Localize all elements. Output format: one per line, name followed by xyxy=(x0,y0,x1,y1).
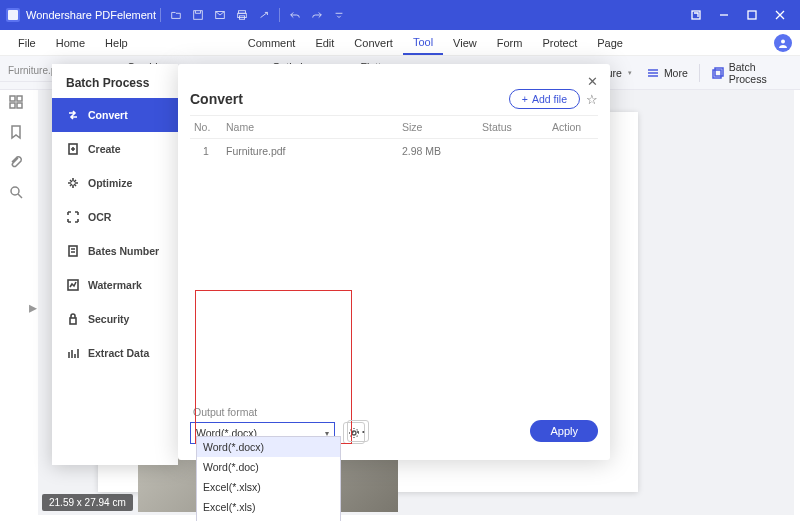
create-icon xyxy=(66,142,80,156)
ribbon-batch[interactable]: Batch Process xyxy=(704,61,794,85)
menu-bar: File Home Help Comment Edit Convert Tool… xyxy=(0,30,800,56)
format-option[interactable]: Word(*.doc) xyxy=(197,457,340,477)
svg-rect-19 xyxy=(17,96,22,101)
file-table: No. Name Size Status Action 1 Furniture.… xyxy=(190,115,598,163)
window-expand-icon[interactable] xyxy=(682,0,710,30)
page-dimensions: 21.59 x 27.94 cm xyxy=(42,494,133,511)
format-option[interactable]: Word(*.docx) xyxy=(197,437,340,457)
dialog-title: Convert xyxy=(190,91,243,107)
apply-button[interactable]: Apply xyxy=(530,420,598,442)
svg-rect-16 xyxy=(713,70,721,78)
batch-item-bates[interactable]: Bates Number xyxy=(52,234,178,268)
menu-protect[interactable]: Protect xyxy=(532,30,587,55)
more-icon xyxy=(646,66,660,80)
batch-item-convert[interactable]: Convert xyxy=(52,98,178,132)
batch-item-watermark[interactable]: Watermark xyxy=(52,268,178,302)
lock-icon xyxy=(66,312,80,326)
batch-item-security[interactable]: Security xyxy=(52,302,178,336)
app-logo xyxy=(6,8,20,22)
col-size: Size xyxy=(398,116,478,139)
minimize-icon[interactable] xyxy=(710,0,738,30)
menu-edit[interactable]: Edit xyxy=(305,30,344,55)
plus-icon: + xyxy=(522,93,528,105)
bookmark-icon[interactable] xyxy=(8,124,24,140)
share-icon[interactable] xyxy=(253,4,275,26)
format-option[interactable]: Excel(*.xls) xyxy=(197,497,340,517)
menu-view[interactable]: View xyxy=(443,30,487,55)
menu-tool[interactable]: Tool xyxy=(403,30,443,55)
highlight-box xyxy=(195,290,352,444)
batch-icon xyxy=(711,66,725,80)
save-icon[interactable] xyxy=(187,4,209,26)
maximize-icon[interactable] xyxy=(738,0,766,30)
col-no: No. xyxy=(190,116,222,139)
redo-icon[interactable] xyxy=(306,4,328,26)
col-action: Action xyxy=(548,116,598,139)
attachment-icon[interactable] xyxy=(8,154,24,170)
user-avatar-icon[interactable] xyxy=(774,34,792,52)
svg-rect-7 xyxy=(748,11,756,19)
menu-convert[interactable]: Convert xyxy=(344,30,403,55)
menu-form[interactable]: Form xyxy=(487,30,533,55)
svg-rect-0 xyxy=(8,10,18,20)
favorite-icon[interactable]: ☆ xyxy=(586,92,598,107)
batch-item-create[interactable]: Create xyxy=(52,132,178,166)
thumbnails-icon[interactable] xyxy=(8,94,24,110)
svg-rect-24 xyxy=(69,246,77,256)
menu-home[interactable]: Home xyxy=(46,30,95,55)
svg-rect-17 xyxy=(715,68,723,76)
table-row[interactable]: 1 Furniture.pdf 2.98 MB xyxy=(190,139,598,164)
close-icon[interactable] xyxy=(766,0,794,30)
batch-item-extract[interactable]: Extract Data xyxy=(52,336,178,370)
convert-dialog: ✕ Convert +Add file ☆ No. Name Size Stat… xyxy=(178,64,610,460)
menu-file[interactable]: File xyxy=(8,30,46,55)
convert-icon xyxy=(66,108,80,122)
format-option[interactable]: Excel(*.xlsx) xyxy=(197,477,340,497)
add-file-button[interactable]: +Add file xyxy=(509,89,580,109)
title-bar: Wondershare PDFelement xyxy=(0,0,800,30)
dialog-close-icon[interactable]: ✕ xyxy=(587,74,598,89)
col-name: Name xyxy=(222,116,398,139)
undo-icon[interactable] xyxy=(284,4,306,26)
sidebar-tools xyxy=(0,86,32,200)
menu-help[interactable]: Help xyxy=(95,30,138,55)
app-name: Wondershare PDFelement xyxy=(26,9,156,21)
panel-toggle-icon[interactable]: ▸ xyxy=(28,295,38,319)
open-icon[interactable] xyxy=(165,4,187,26)
svg-point-22 xyxy=(11,187,19,195)
batch-item-optimize[interactable]: Optimize xyxy=(52,166,178,200)
col-status: Status xyxy=(478,116,548,139)
batch-title: Batch Process xyxy=(52,64,178,98)
document-tab[interactable]: Furniture.pdf xyxy=(0,60,60,82)
svg-rect-6 xyxy=(692,11,700,19)
batch-panel: Batch Process Convert Create Optimize OC… xyxy=(52,64,178,465)
svg-rect-18 xyxy=(10,96,15,101)
format-option[interactable]: PowerPoint(*.pptx) xyxy=(197,517,340,521)
ribbon-more[interactable]: More xyxy=(639,61,695,85)
svg-rect-21 xyxy=(17,103,22,108)
print-icon[interactable] xyxy=(231,4,253,26)
extract-icon xyxy=(66,346,80,360)
search-icon[interactable] xyxy=(8,184,24,200)
more-options-button[interactable]: ⋯ xyxy=(347,420,369,442)
bates-icon xyxy=(66,244,80,258)
batch-item-ocr[interactable]: OCR xyxy=(52,200,178,234)
watermark2-icon xyxy=(66,278,80,292)
menu-page[interactable]: Page xyxy=(587,30,633,55)
optimize2-icon xyxy=(66,176,80,190)
menu-comment[interactable]: Comment xyxy=(238,30,306,55)
svg-rect-20 xyxy=(10,103,15,108)
format-dropdown: Word(*.docx) Word(*.doc) Excel(*.xlsx) E… xyxy=(196,436,341,521)
svg-point-8 xyxy=(781,39,785,43)
dropdown-icon[interactable] xyxy=(328,4,350,26)
svg-rect-26 xyxy=(70,318,76,324)
ocr2-icon xyxy=(66,210,80,224)
mail-icon[interactable] xyxy=(209,4,231,26)
